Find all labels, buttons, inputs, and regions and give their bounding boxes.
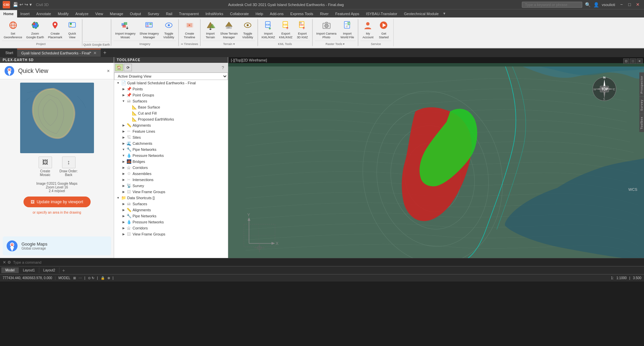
tree-proposed[interactable]: 📐 Proposed EarthWorks xyxy=(114,116,228,122)
search-input[interactable] xyxy=(522,2,582,8)
cmd-icon-2[interactable]: ⚙ xyxy=(7,260,11,265)
tab-survey[interactable]: Survey xyxy=(144,10,162,17)
show-imagery-manager-btn[interactable]: Show ImageryManager xyxy=(138,19,161,40)
status-lock-icon[interactable]: 🔒 xyxy=(101,276,105,280)
quick-view-close-btn[interactable]: × xyxy=(107,68,110,74)
add-layout-btn[interactable]: + xyxy=(59,268,67,273)
tab-geotechnical[interactable]: Geotechnical Module xyxy=(401,10,442,17)
toolbar-home-btn[interactable]: 🏠 xyxy=(115,64,123,71)
tab-collaborate[interactable]: Collaborate xyxy=(227,10,252,17)
user-avatar[interactable]: 👤 xyxy=(593,2,599,7)
cmd-icon-1[interactable]: ✕ xyxy=(3,260,6,265)
export-kml-btn[interactable]: KML ExportKML/KMZ xyxy=(278,19,294,40)
toolbar-help-btn[interactable]: ? xyxy=(219,64,227,71)
zoom-google-earth-btn[interactable]: ZoomGoogle Earth xyxy=(24,19,46,40)
draw-order-action[interactable]: ↕ Draw Order:Back xyxy=(59,157,79,177)
tree-point-groups[interactable]: ▶ 📌 Point Groups xyxy=(114,92,228,98)
tree-survey[interactable]: ▶ 📡 Survey xyxy=(114,183,228,189)
snap-icon-2[interactable]: ↻ xyxy=(92,276,94,280)
command-input[interactable] xyxy=(13,260,641,264)
add-tab-btn[interactable]: + xyxy=(101,50,109,56)
import-imagery-mosaic-btn[interactable]: Import ImageryMosaic xyxy=(113,19,137,40)
set-georeference-btn[interactable]: SetGeoreference xyxy=(2,19,24,40)
layout-tab-layout2[interactable]: Layout2 xyxy=(39,267,60,273)
file-tab-close[interactable]: ✕ xyxy=(93,51,97,55)
quick-view-btn[interactable]: QuickView xyxy=(65,19,80,40)
tab-view[interactable]: View xyxy=(92,10,107,17)
dropdown-icon[interactable]: ▾ xyxy=(30,2,32,7)
tab-rail[interactable]: Rail xyxy=(162,10,176,17)
tab-express[interactable]: Express Tools xyxy=(287,10,316,17)
tab-addons[interactable]: Add-ons xyxy=(266,10,287,17)
tree-corridors[interactable]: ▶ 🛣 Corridors xyxy=(114,165,228,171)
tree-ds-pipe-networks[interactable]: ▶ 🔧 Pipe Networks xyxy=(114,213,228,219)
tree-pressure-networks[interactable]: ▼ 💧 Pressure Networks xyxy=(114,153,228,159)
status-cursor-icon[interactable]: ⊕ xyxy=(107,276,110,280)
toolbox-tab[interactable]: Toolbox xyxy=(639,114,644,132)
get-started-btn[interactable]: GetStarted xyxy=(376,19,391,40)
tree-alignments[interactable]: ▶ 📏 Alignments xyxy=(114,122,228,128)
tree-catchments[interactable]: ▶ 🌊 Catchments xyxy=(114,140,228,146)
import-world-file-btn[interactable]: W ImportWorld File xyxy=(339,19,356,40)
tab-transparent[interactable]: Transparent xyxy=(176,10,202,17)
tree-ds-view-frame-groups[interactable]: ▶ 🖼 View Frame Groups xyxy=(114,231,228,237)
undo-icon[interactable]: ↩ xyxy=(19,2,23,7)
ribbon-collapse-btn[interactable]: ▾ xyxy=(443,11,445,16)
my-account-btn[interactable]: MyAccount xyxy=(360,19,376,40)
search-icon[interactable]: 🔍 xyxy=(585,2,591,7)
tab-home[interactable]: Home xyxy=(0,10,17,17)
create-timeline-btn[interactable]: CreateTimeline xyxy=(182,19,197,40)
start-tab[interactable]: Start xyxy=(1,49,17,56)
tree-view-frame-groups[interactable]: ▶ 🖼 View Frame Groups xyxy=(114,189,228,195)
tab-infraworks[interactable]: InfraWorks xyxy=(202,10,227,17)
toggle-terrain-visibility-btn[interactable]: ToggleVisibility xyxy=(240,19,255,40)
update-image-btn[interactable]: 🖼 Update image by viewport xyxy=(23,197,91,207)
specify-area-link[interactable]: or specify an area in the drawing xyxy=(0,209,114,216)
tree-ds-alignments[interactable]: ▶ 📏 Alignments xyxy=(114,207,228,213)
tab-output[interactable]: Output xyxy=(127,10,144,17)
active-drawing-select[interactable]: Active Drawing View xyxy=(114,73,228,80)
snap-icon-1[interactable]: ⊙ xyxy=(88,276,91,280)
tree-ds-pressure-networks[interactable]: ▶ 💧 Pressure Networks xyxy=(114,219,228,225)
maximize-btn[interactable]: □ xyxy=(626,1,633,8)
import-terrain-btn[interactable]: ImportTerrain xyxy=(203,19,218,40)
tree-points[interactable]: ▶ 📌 Points xyxy=(114,86,228,92)
create-placemark-btn[interactable]: CreatePlacemark xyxy=(46,19,64,40)
tab-featured[interactable]: Featured Apps xyxy=(332,10,363,17)
status-snap-btn[interactable]: ⋯ xyxy=(79,276,82,280)
tree-base-surface[interactable]: 📐 Base Surface xyxy=(114,104,228,110)
show-terrain-manager-btn[interactable]: Show TerrainManager xyxy=(218,19,239,40)
tree-feature-lines[interactable]: ▶ ✏ Feature Lines xyxy=(114,128,228,134)
redo-icon[interactable]: ↪ xyxy=(24,2,28,7)
import-camera-photo-btn[interactable]: Import CameraPhoto xyxy=(315,19,338,40)
tree-ds-corridors[interactable]: ▶ 🛣 Corridors xyxy=(114,225,228,231)
save-icon[interactable]: 💾 xyxy=(13,2,18,7)
tree-sites[interactable]: ▶ 🏗 Sites xyxy=(114,134,228,140)
tree-ds-surfaces[interactable]: ▶ 🏔 Surfaces xyxy=(114,201,228,207)
export-3d-kmz-btn[interactable]: KMZ 3D Export3D KMZ xyxy=(295,19,310,40)
tab-isybau[interactable]: ISYBAU-Translator xyxy=(363,10,401,17)
tree-bridges[interactable]: ▶ 🌉 Bridges xyxy=(114,159,228,165)
create-mosaic-action[interactable]: 🖼 CreateMosaic xyxy=(35,157,55,177)
file-tab-active[interactable]: Gyali Island Scheduled Earthworks - Fina… xyxy=(17,49,100,57)
tab-modify[interactable]: Modify xyxy=(54,10,72,17)
tree-cut-fill[interactable]: 📐 Cut and Fill xyxy=(114,110,228,116)
tab-manage[interactable]: Manage xyxy=(106,10,127,17)
tab-annotate[interactable]: Annotate xyxy=(33,10,54,17)
minimize-btn[interactable]: − xyxy=(618,1,625,8)
tree-surfaces[interactable]: ▼ 🏔 Surfaces xyxy=(114,98,228,104)
survey-tab[interactable]: Survey xyxy=(639,96,644,114)
tree-intersections[interactable]: ▶ ✂ Intersections xyxy=(114,177,228,183)
tab-analyze[interactable]: Analyze xyxy=(72,10,92,17)
import-kml-btn[interactable]: KML ImportKML/KMZ xyxy=(260,19,277,40)
tree-assemblies[interactable]: ▶ ⚙ Assemblies xyxy=(114,171,228,177)
toggle-visibility-btn[interactable]: ToggleVisibility xyxy=(161,19,176,40)
layout-tab-layout1[interactable]: Layout1 xyxy=(19,267,39,273)
toolbar-refresh-btn[interactable]: ⟳ xyxy=(124,64,132,71)
prospector-tab[interactable]: Prospector xyxy=(639,73,644,96)
close-btn[interactable]: ✕ xyxy=(634,1,641,8)
tree-pipe-networks[interactable]: ▼ 🔧 Pipe Networks xyxy=(114,146,228,153)
tab-help[interactable]: Help xyxy=(252,10,266,17)
tab-river[interactable]: River xyxy=(316,10,332,17)
tree-root[interactable]: ▼ 📄 Gyali Island Scheduled Earthworks - … xyxy=(114,80,228,86)
